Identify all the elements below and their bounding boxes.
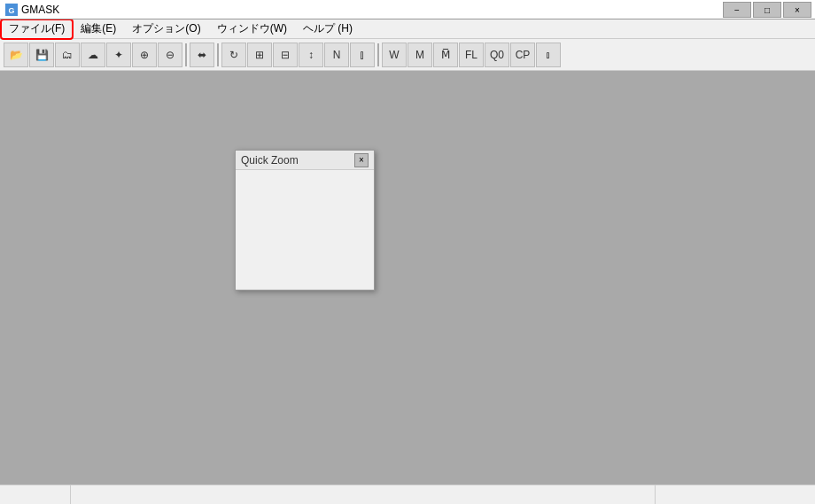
toolbar-btn-rotate[interactable]: ↻ <box>221 43 246 67</box>
menu-item-window[interactable]: ウィンドウ(W) <box>210 20 294 38</box>
toolbar-btn-open[interactable]: 📂 <box>4 43 28 67</box>
toolbar-btn-tool1[interactable]: ☁ <box>81 43 105 67</box>
close-button[interactable]: × <box>783 2 811 18</box>
toolbar-btn-tool3[interactable]: ⊞ <box>247 43 272 67</box>
toolbar-separator-sep1 <box>185 43 187 66</box>
window-controls: − □ × <box>723 2 811 18</box>
toolbar-btn-tool4[interactable]: ⊟ <box>273 43 298 67</box>
toolbar-btn-save2[interactable]: 🗂 <box>55 43 80 67</box>
toolbar-btn-zoom-in[interactable]: ⊕ <box>132 43 157 67</box>
status-center <box>71 485 656 504</box>
title-bar: G GMASK − □ × <box>0 0 815 19</box>
toolbar: 📂💾🗂☁✦⊕⊖⬌↻⊞⊟↕N⫿WMM̅FLQ0CP⫾ <box>0 39 815 71</box>
toolbar-btn-bars[interactable]: ⫾ <box>536 43 561 67</box>
toolbar-btn-text2[interactable]: M <box>408 43 432 67</box>
toolbar-btn-tool2[interactable]: ✦ <box>106 43 131 67</box>
status-left <box>0 485 71 504</box>
status-right <box>656 485 815 504</box>
status-bar <box>0 485 815 504</box>
menu-bar: ファイル(F)編集(E)オプション(O)ウィンドウ(W)ヘルプ (H) <box>0 19 815 39</box>
toolbar-btn-flip[interactable]: ↕ <box>299 43 323 67</box>
toolbar-btn-text1[interactable]: W <box>382 43 407 67</box>
menu-item-options[interactable]: オプション(O) <box>125 20 207 38</box>
quick-zoom-title: Quick Zoom <box>241 154 299 167</box>
toolbar-btn-text5[interactable]: Q0 <box>485 43 509 67</box>
toolbar-btn-save[interactable]: 💾 <box>29 43 54 67</box>
quick-zoom-titlebar: Quick Zoom × <box>236 151 374 170</box>
quick-zoom-close-button[interactable]: × <box>354 153 369 167</box>
minimize-button[interactable]: − <box>723 2 751 18</box>
toolbar-btn-text3[interactable]: M̅ <box>433 43 458 67</box>
toolbar-btn-zoom-out[interactable]: ⊖ <box>158 43 182 67</box>
toolbar-btn-arrow[interactable]: ⬌ <box>190 43 214 67</box>
quick-zoom-dialog: Quick Zoom × <box>235 150 375 291</box>
toolbar-btn-text4[interactable]: FL <box>459 43 484 67</box>
toolbar-separator-sep2 <box>217 43 219 66</box>
svg-text:G: G <box>8 6 14 15</box>
app-icon: G <box>5 4 18 16</box>
maximize-button[interactable]: □ <box>753 2 781 18</box>
app-title: GMASK <box>21 4 810 16</box>
quick-zoom-content <box>236 170 374 290</box>
toolbar-btn-lines[interactable]: ⫿ <box>350 43 375 67</box>
toolbar-btn-text6[interactable]: CP <box>510 43 535 67</box>
toolbar-btn-shape[interactable]: N <box>324 43 349 67</box>
menu-item-edit[interactable]: 編集(E) <box>74 20 123 38</box>
menu-item-file[interactable]: ファイル(F) <box>2 20 72 38</box>
toolbar-separator-sep3 <box>377 43 379 66</box>
main-canvas: Quick Zoom × <box>0 71 815 485</box>
menu-item-help[interactable]: ヘルプ (H) <box>296 20 360 38</box>
